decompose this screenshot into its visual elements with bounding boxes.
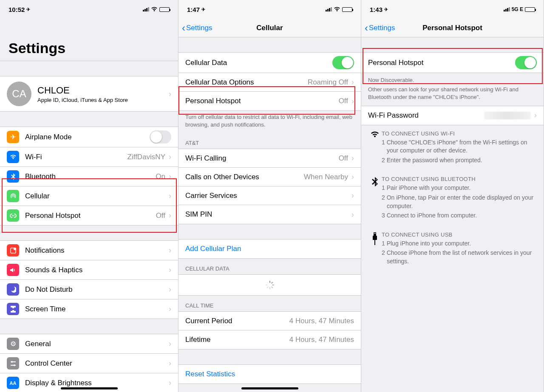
profile-row[interactable]: CA CHLOE Apple ID, iCloud, iTunes & App … <box>0 76 178 111</box>
chevron-icon: › <box>351 154 354 163</box>
chevron-icon: › <box>169 305 171 313</box>
row-hotspot[interactable]: Personal Hotspot Off › <box>0 206 178 225</box>
row-airplane[interactable]: ✈︎ Airplane Mode <box>0 127 178 147</box>
status-time: 10:52✈︎ <box>8 6 30 13</box>
row-calls-other-devices[interactable]: Calls on Other Devices When Nearby › <box>178 168 361 186</box>
row-personal-hotspot[interactable]: Personal Hotspot Off › <box>178 92 361 110</box>
nav-title: Cellular <box>256 24 283 32</box>
svg-rect-17 <box>373 236 377 240</box>
chevron-icon: › <box>169 152 171 161</box>
wifi-icon <box>334 7 340 12</box>
row-sounds[interactable]: Sounds & Haptics › <box>0 260 178 280</box>
home-indicator <box>61 387 118 389</box>
section-cellular-data: CELLULAR DATA <box>178 259 361 274</box>
svg-point-1 <box>14 248 16 250</box>
svg-point-5 <box>14 364 15 366</box>
row-cellular[interactable]: Cellular › <box>0 186 178 206</box>
discoverable-sub: Other users can look for your shared net… <box>368 86 537 101</box>
status-bar: 1:47✈︎ <box>178 0 361 19</box>
wifi-icon <box>368 130 382 166</box>
row-cellular-data[interactable]: Cellular Data <box>178 53 361 73</box>
section-att: AT&T <box>178 133 361 149</box>
svg-rect-9 <box>271 286 273 288</box>
chevron-icon: › <box>169 285 171 294</box>
status-time: 1:47✈︎ <box>187 6 205 13</box>
svg-rect-7 <box>271 282 273 284</box>
row-notifications[interactable]: Notifications › <box>0 241 178 260</box>
chevron-icon: › <box>169 172 171 181</box>
svg-rect-10 <box>269 287 270 289</box>
status-bar: 10:52✈︎ <box>0 0 178 19</box>
row-hotspot-toggle[interactable]: Personal Hotspot <box>361 53 544 73</box>
row-sim-pin[interactable]: SIM PIN › <box>178 205 361 224</box>
panel-cellular: 1:47✈︎ ‹Settings Cellular Cellular Data … <box>178 0 361 392</box>
svg-rect-11 <box>266 286 269 288</box>
back-button[interactable]: ‹Settings <box>182 19 212 37</box>
bluetooth-icon <box>368 176 382 221</box>
svg-rect-14 <box>374 232 376 236</box>
chevron-icon: › <box>351 78 354 87</box>
chevron-icon: › <box>351 210 354 219</box>
display-icon: AA <box>7 377 19 389</box>
airplane-toggle[interactable] <box>150 130 171 144</box>
row-controlcenter[interactable]: Control Center › <box>0 354 178 373</box>
status-time: 1:43✈︎ <box>370 6 388 13</box>
chevron-icon: › <box>351 191 354 200</box>
bluetooth-icon <box>7 170 19 183</box>
controlcenter-icon <box>7 357 19 369</box>
row-wifi-calling[interactable]: Wi-Fi Calling Off › <box>178 149 361 168</box>
chevron-icon: › <box>169 192 171 200</box>
chevron-icon: › <box>351 97 354 106</box>
row-screentime[interactable]: Screen Time › <box>0 299 178 319</box>
chevron-icon: › <box>169 359 171 368</box>
panel-settings: 10:52✈︎ Settings CA CHLOE Apple ID, iClo… <box>0 0 178 392</box>
cellular-icon <box>7 190 19 202</box>
svg-rect-15 <box>374 233 375 234</box>
svg-rect-12 <box>266 285 268 285</box>
hotspot-toggle[interactable] <box>515 56 537 69</box>
gear-icon: ⚙︎ <box>7 338 19 350</box>
dnd-icon <box>7 283 19 296</box>
row-reset-statistics[interactable]: Reset Statistics <box>178 365 361 384</box>
discoverable-text: Now Discoverable. <box>368 76 537 84</box>
status-bar: 1:43✈︎ 5G E <box>361 0 544 19</box>
airplane-icon: ✈︎ <box>7 131 19 143</box>
svg-rect-16 <box>375 233 376 234</box>
chevron-icon: › <box>169 90 171 99</box>
chevron-icon: › <box>169 246 171 255</box>
chevron-icon: › <box>169 378 171 387</box>
row-carrier-services[interactable]: Carrier Services › <box>178 186 361 205</box>
wifi-settings-icon <box>7 151 19 163</box>
svg-rect-18 <box>374 240 375 245</box>
battery-icon <box>525 7 535 12</box>
page-title: Settings <box>0 19 178 61</box>
svg-rect-13 <box>266 282 269 284</box>
network-label: 5G E <box>512 6 523 12</box>
row-current-period: Current Period 4 Hours, 47 Minutes <box>178 312 361 330</box>
cellular-data-toggle[interactable] <box>332 56 354 69</box>
battery-icon <box>342 7 352 12</box>
row-add-plan[interactable]: Add Cellular Plan <box>178 240 361 258</box>
back-button[interactable]: ‹Settings <box>365 19 395 37</box>
password-value <box>484 112 531 119</box>
svg-rect-6 <box>269 281 270 283</box>
row-wifi[interactable]: Wi-Fi ZiffDavisNY › <box>0 147 178 167</box>
profile-name: CHLOE <box>37 85 165 96</box>
row-cellular-options[interactable]: Cellular Data Options Roaming Off › <box>178 73 361 92</box>
wifi-icon <box>151 7 158 12</box>
chevron-icon: › <box>534 111 537 120</box>
svg-rect-8 <box>272 285 274 285</box>
row-wifi-password[interactable]: Wi-Fi Password › <box>361 106 544 125</box>
chevron-icon: › <box>351 172 354 181</box>
battery-icon <box>159 7 170 12</box>
instructions-bluetooth: TO CONNECT USING BLUETOOTH 1 Pair iPhone… <box>361 171 544 226</box>
profile-sub: Apple ID, iCloud, iTunes & App Store <box>37 97 165 103</box>
sounds-icon <box>7 264 19 276</box>
row-general[interactable]: ⚙︎ General › <box>0 334 178 354</box>
row-bluetooth[interactable]: Bluetooth On › <box>0 167 178 186</box>
usb-icon <box>368 231 382 267</box>
row-dnd[interactable]: Do Not Disturb › <box>0 280 178 299</box>
nav-title: Personal Hotspot <box>422 24 482 32</box>
signal-icon <box>143 7 149 11</box>
signal-icon <box>326 7 332 11</box>
